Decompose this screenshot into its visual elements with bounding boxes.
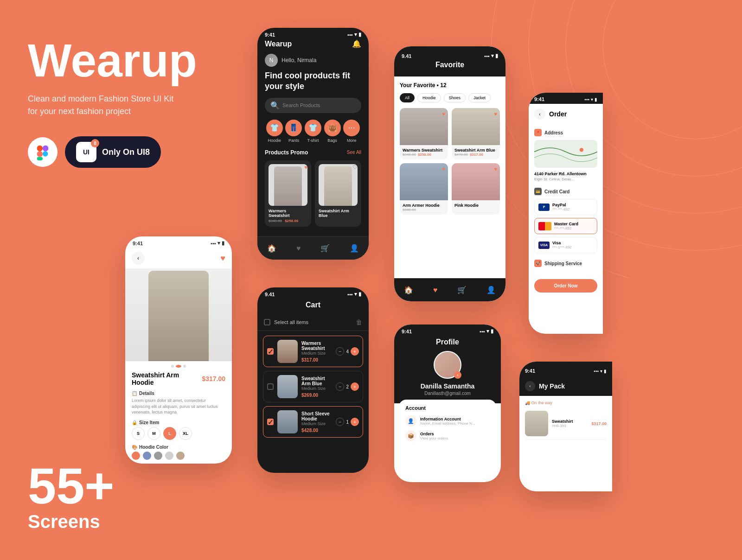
details-icon: 📋	[132, 391, 137, 396]
nav-cart-fav[interactable]: 🛒	[457, 286, 467, 294]
color-1[interactable]	[132, 452, 140, 460]
color-3[interactable]	[154, 452, 162, 460]
order-back-button[interactable]: ‹	[534, 108, 545, 120]
see-all-link[interactable]: See All	[347, 150, 361, 155]
pack-item-name: Sweatshirt	[552, 419, 588, 424]
svg-point-0	[603, 0, 742, 139]
order-now-button[interactable]: Order Now	[534, 279, 597, 293]
cat-hoodie[interactable]: 👕 Hoodie	[266, 120, 283, 143]
filter-jacket[interactable]: Jacket	[468, 93, 491, 102]
color-4[interactable]	[165, 452, 173, 460]
size-s[interactable]: S	[132, 427, 145, 440]
nav-bar-fav: 🏠 ♥ 🛒 👤	[394, 278, 505, 301]
account-item-orders[interactable]: 📦 Orders View your orders	[405, 430, 490, 441]
account-orders-label: Orders	[420, 432, 448, 436]
mastercard-info: Master Card ***-***-892	[554, 222, 593, 230]
cat-tshirt[interactable]: 👕 T-shirt	[305, 120, 321, 143]
select-all-checkbox[interactable]	[264, 319, 270, 325]
cat-more[interactable]: ⋯ More	[343, 120, 360, 143]
pack-item-price: $317.00	[591, 421, 607, 426]
size-m[interactable]: M	[147, 427, 160, 440]
bell-icon[interactable]: 🔔	[352, 39, 361, 48]
heart-icon-1[interactable]: ♥	[304, 164, 307, 171]
account-info-text: Information Account Name, Email address,…	[420, 417, 475, 426]
qty-plus-3[interactable]: +	[351, 418, 359, 426]
fav-item-4[interactable]: ♥ Pink Hoodie	[452, 163, 500, 215]
pack-back-button[interactable]: ‹	[525, 381, 535, 391]
payment-paypal[interactable]: P PayPal ***-***-892	[534, 199, 597, 215]
cat-bags[interactable]: 👜 Bags	[324, 120, 341, 143]
filter-all[interactable]: All	[400, 93, 415, 102]
product-card-1[interactable]: ♥ Warmers Sweatshirt $348.00 $258.00	[265, 160, 311, 227]
qty-minus-2[interactable]: −	[336, 382, 344, 391]
fav-img-4: ♥	[452, 163, 500, 200]
trash-icon[interactable]: 🗑	[356, 318, 362, 326]
size-section: 🔒 Size Item S M L XL	[132, 420, 225, 440]
cart-check-1[interactable]: ✓	[267, 348, 274, 355]
nav-home-icon[interactable]: 🏠	[267, 244, 276, 253]
size-xl[interactable]: XL	[179, 427, 192, 440]
search-bar[interactable]: 🔍 Search Products	[265, 98, 361, 113]
back-button[interactable]: ‹	[132, 252, 145, 265]
fav-heart-1[interactable]: ♥	[442, 111, 445, 117]
qty-plus-2[interactable]: +	[351, 382, 359, 391]
fav-info-2: Sweatshirt Arm Blue $470.00 $317.00	[452, 145, 500, 159]
status-icons-fav: ▪▪▪ ▾ ▮	[484, 53, 498, 59]
search-placeholder: Search Products	[282, 102, 320, 108]
fav-heart-2[interactable]: ♥	[494, 111, 497, 117]
payment-mastercard[interactable]: Master Card ***-***-892	[534, 218, 597, 234]
cat-pants[interactable]: 👖 Pants	[285, 120, 302, 143]
favorite-icon-product[interactable]: ♥	[220, 254, 225, 263]
fav-heart-3[interactable]: ♥	[442, 166, 445, 172]
account-info-label: Information Account	[420, 417, 475, 421]
nav-heart-icon[interactable]: ♥	[296, 244, 301, 253]
cart-check-2[interactable]	[267, 383, 274, 390]
filter-shoes[interactable]: Shoes	[444, 93, 466, 102]
price-old-1: $348.00	[269, 219, 282, 223]
account-orders-text: Orders View your orders	[420, 432, 448, 440]
cart-name-2: Sweatshirt Arm Blue	[301, 376, 332, 386]
mastercard-num: ***-***-892	[554, 226, 593, 230]
heart-icon-2[interactable]: ♡	[352, 164, 358, 171]
size-l[interactable]: L	[163, 427, 176, 440]
pack-content: 🚚 On the way Sweatshirt #H8-393 $317.00	[519, 396, 612, 444]
color-5[interactable]	[176, 452, 185, 460]
fav-item-2[interactable]: ♥ Sweatshirt Arm Blue $470.00 $317.00	[452, 108, 500, 159]
nav-cart-icon[interactable]: 🛒	[320, 244, 330, 253]
status-time-cart: 9.41	[265, 292, 275, 297]
pack-item[interactable]: Sweatshirt #H8-393 $317.00	[525, 408, 607, 439]
status-time-pack: 9:41	[525, 368, 535, 374]
account-info-desc: Name, Email address, Phone N...	[420, 421, 475, 426]
qty-minus-1[interactable]: −	[336, 347, 344, 356]
favorite-header: 9.41 ▪▪▪ ▾ ▮ Favorite	[394, 46, 505, 76]
on-the-way-icon: 🚚	[525, 401, 531, 405]
ui8-badge[interactable]: UI 8 Only On UI8	[65, 136, 161, 168]
order-title: Order	[549, 110, 567, 118]
brand-subtitle: Clean and modern Fashion Store UI Kit fo…	[28, 93, 223, 118]
product-name-1: Warmers Sweatshirt	[269, 209, 307, 218]
cart-img-2	[277, 375, 298, 398]
account-item-info[interactable]: 👤 Information Account Name, Email addres…	[405, 415, 490, 426]
fav-item-3[interactable]: ♥ Arm Armer Hoodie $348.00	[400, 163, 448, 215]
dot-2[interactable]	[176, 365, 181, 368]
payment-visa[interactable]: VISA Visa ***-1***-892	[534, 237, 597, 253]
pack-item-img	[525, 411, 548, 436]
qty-minus-3[interactable]: −	[336, 418, 344, 426]
qty-plus-1[interactable]: +	[351, 347, 359, 356]
fav-prices-2: $470.00 $317.00	[454, 153, 497, 157]
nav-user-fav[interactable]: 👤	[486, 286, 496, 294]
nav-user-icon[interactable]: 👤	[350, 244, 359, 253]
fav-heart-4[interactable]: ♥	[494, 166, 497, 172]
fav-item-1[interactable]: ♥ Warmers Sweatshirt $348.00 $258.00	[400, 108, 448, 159]
cart-qty-2: − 2 +	[336, 382, 359, 391]
cart-person-2	[277, 375, 298, 398]
cart-check-3[interactable]: ✓	[267, 419, 274, 425]
order-status-bar: 9:41 ▪▪▪ ▾ ▮	[529, 93, 603, 104]
nav-heart-fav[interactable]: ♥	[433, 286, 438, 294]
battery-icon-order: ▮	[595, 97, 597, 102]
nav-home-fav[interactable]: 🏠	[404, 286, 413, 294]
product-card-2[interactable]: ♡ Sweatshirt Arm Blue	[315, 160, 361, 227]
filter-hoodie[interactable]: Hoodie	[417, 93, 441, 102]
color-2[interactable]	[143, 452, 151, 460]
greeting-text: Hello, Nirmala	[281, 57, 316, 64]
